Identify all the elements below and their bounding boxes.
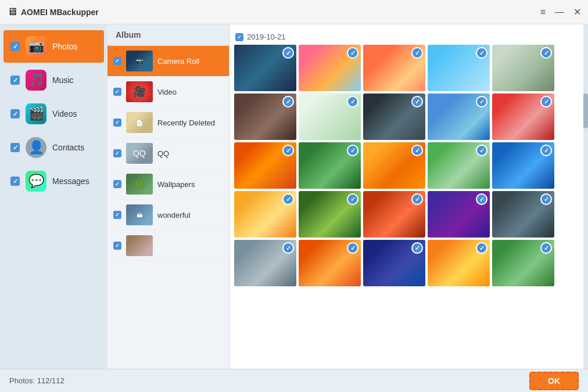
- app-icon: 🖥: [7, 6, 17, 18]
- photo-row-4: [234, 191, 583, 238]
- photo-cell[interactable]: [428, 240, 490, 286]
- photo-cell[interactable]: [299, 45, 361, 91]
- photo-row-5: [234, 240, 583, 286]
- photo-check-icon: [411, 242, 423, 254]
- videos-label: Videos: [52, 109, 77, 118]
- videos-checkbox[interactable]: [10, 109, 20, 118]
- photo-cell[interactable]: [428, 45, 490, 91]
- qq-label: QQ: [157, 149, 169, 158]
- album-item-video[interactable]: 🎥 Video: [107, 77, 229, 107]
- photo-cell[interactable]: [299, 240, 361, 286]
- photo-cell[interactable]: [492, 191, 554, 238]
- photo-check-icon: [282, 193, 294, 205]
- photo-cell[interactable]: [234, 191, 296, 238]
- photo-grid-panel[interactable]: 2019-10-21: [230, 24, 588, 369]
- messages-label: Messages: [52, 177, 89, 186]
- camera-roll-check[interactable]: [113, 57, 121, 65]
- photo-cell[interactable]: [492, 142, 554, 189]
- photo-cell[interactable]: [492, 240, 554, 286]
- date-checkbox[interactable]: [235, 33, 243, 41]
- photo-cell[interactable]: [363, 142, 425, 189]
- photo-check-icon: [540, 96, 552, 107]
- qq-thumb: QQ: [126, 143, 153, 164]
- album-item-recently-deleted[interactable]: 📄 Recently Deleted: [107, 107, 229, 138]
- videos-icon: 🎬: [26, 103, 46, 124]
- photo-check-icon: [347, 47, 358, 59]
- wallpapers-label: Wallpapers: [157, 180, 195, 189]
- photo-row-3: [234, 142, 583, 189]
- contacts-icon: 👤: [26, 137, 46, 158]
- recently-deleted-thumb: 📄: [126, 112, 153, 133]
- camera-roll-thumb: 📷: [126, 51, 153, 71]
- photo-cell[interactable]: [299, 142, 361, 189]
- messages-checkbox[interactable]: [10, 177, 20, 186]
- photo-check-icon: [540, 242, 552, 254]
- photo-cell[interactable]: [234, 142, 296, 189]
- minimize-button[interactable]: —: [555, 8, 564, 17]
- photo-cell[interactable]: [363, 45, 425, 91]
- photo-cell[interactable]: [363, 93, 425, 140]
- photo-cell[interactable]: [428, 142, 490, 189]
- photo-check-icon: [282, 96, 294, 107]
- photo-check-icon: [411, 96, 423, 107]
- recently-deleted-label: Recently Deleted: [157, 118, 215, 127]
- scrollbar-track[interactable]: [583, 24, 588, 369]
- photo-cell[interactable]: [299, 93, 361, 140]
- album-item-extra[interactable]: [107, 231, 229, 261]
- video-thumb: 🎥: [126, 81, 153, 102]
- photo-cell[interactable]: [363, 191, 425, 238]
- video-check[interactable]: [113, 88, 121, 96]
- photos-checkbox[interactable]: [10, 42, 20, 51]
- photo-check-icon: [540, 47, 552, 59]
- status-text: Photos: 112/112: [9, 376, 64, 385]
- photo-cell[interactable]: [363, 240, 425, 286]
- extra-check[interactable]: [113, 242, 121, 250]
- photo-check-icon: [347, 242, 358, 254]
- title-bar: 🖥 AOMEI MBackupper ≡ — ✕: [0, 0, 588, 24]
- album-item-wallpapers[interactable]: 🌿 Wallpapers: [107, 169, 229, 200]
- photos-icon: 📷: [26, 36, 46, 57]
- sidebar-item-videos[interactable]: 🎬 Videos: [3, 98, 104, 130]
- menu-button[interactable]: ≡: [540, 8, 546, 17]
- photo-cell[interactable]: [234, 93, 296, 140]
- photo-check-icon: [282, 47, 294, 59]
- sidebar-item-music[interactable]: 🎵 Music: [3, 64, 104, 96]
- music-checkbox[interactable]: [10, 75, 20, 85]
- recently-deleted-check[interactable]: [113, 118, 121, 127]
- photos-label: Photos: [52, 42, 78, 51]
- scrollbar-thumb[interactable]: [583, 93, 588, 128]
- contacts-label: Contacts: [52, 143, 84, 152]
- photo-cell[interactable]: [234, 45, 296, 91]
- ok-button[interactable]: OK: [529, 372, 579, 390]
- sidebar-item-photos[interactable]: 📷 Photos: [3, 30, 104, 63]
- qq-check[interactable]: [113, 149, 121, 157]
- contacts-checkbox[interactable]: [10, 143, 20, 152]
- photo-check-icon: [540, 145, 552, 156]
- close-button[interactable]: ✕: [573, 8, 581, 17]
- photo-cell[interactable]: [492, 93, 554, 140]
- music-icon: 🎵: [26, 70, 46, 91]
- date-text: 2019-10-21: [247, 33, 286, 41]
- sidebar-item-contacts[interactable]: 👤 Contacts: [3, 131, 104, 164]
- app-title: AOMEI MBackupper: [21, 8, 99, 17]
- photo-cell[interactable]: [234, 240, 296, 286]
- window-controls: ≡ — ✕: [540, 8, 581, 17]
- photo-row-1: [234, 45, 583, 91]
- album-item-qq[interactable]: QQ QQ: [107, 138, 229, 169]
- photo-check-icon: [347, 193, 358, 205]
- album-item-camera-roll[interactable]: 📷 Camera Roll: [107, 46, 229, 77]
- album-panel: Album 📷 Camera Roll 🎥 Video 📄 Recently D…: [107, 24, 230, 369]
- messages-icon: 💬: [26, 171, 46, 192]
- photo-cell[interactable]: [428, 93, 490, 140]
- photo-cell[interactable]: [428, 191, 490, 238]
- photo-check-icon: [347, 145, 358, 156]
- photo-check-icon: [476, 242, 487, 254]
- album-item-wonderful[interactable]: 🏔 wonderful: [107, 200, 229, 231]
- photo-cell[interactable]: [299, 191, 361, 238]
- photo-cell[interactable]: [492, 45, 554, 91]
- wallpapers-check[interactable]: [113, 180, 121, 188]
- sidebar-item-messages[interactable]: 💬 Messages: [3, 165, 104, 197]
- wonderful-check[interactable]: [113, 211, 121, 219]
- status-bar: Photos: 112/112 OK: [0, 369, 588, 392]
- wonderful-thumb: 🏔: [126, 204, 153, 225]
